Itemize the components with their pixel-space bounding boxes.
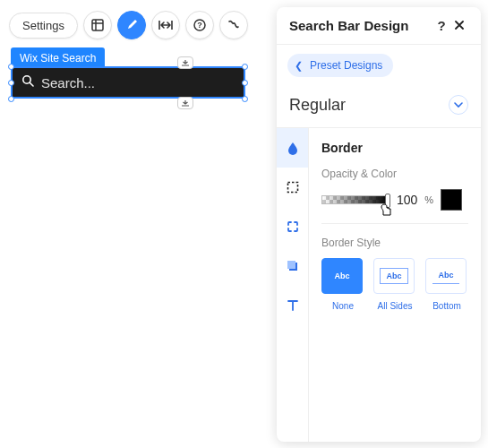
opacity-slider[interactable] [321,195,390,204]
style-sample: Abc [329,269,355,283]
close-button[interactable] [450,18,468,33]
layout-icon [91,19,104,31]
style-sample: Abc [432,268,458,284]
resize-handle-ml[interactable] [8,80,14,86]
settings-button[interactable]: Settings [9,13,78,39]
help-button[interactable]: ? [185,11,214,39]
svg-text:?: ? [197,21,202,30]
design-button[interactable] [117,11,146,39]
resize-handle-bl[interactable] [8,96,14,102]
help-icon: ? [193,19,206,31]
anchor-bottom[interactable] [177,97,193,109]
preset-label: Preset Designs [310,59,382,72]
tab-border[interactable] [277,168,308,207]
opacity-value: 100 [397,193,417,207]
color-swatch[interactable] [441,189,462,211]
state-selector[interactable]: Regular [277,86,481,128]
anchor-down-icon [181,59,190,66]
svg-rect-0 [92,20,103,30]
panel-body: Border Opacity & Color 100% Border Style… [277,128,481,442]
section-title: Border [321,141,468,155]
tab-corners[interactable] [277,207,308,246]
svg-rect-9 [287,183,297,193]
editor-toolbar: Settings ? [9,11,248,39]
opacity-row: 100% [321,189,468,211]
search-icon [21,74,34,90]
style-label-all: All Sides [373,301,416,311]
divider [321,223,468,224]
resize-handle-mr[interactable] [242,80,248,86]
opacity-label: Opacity & Color [321,168,468,180]
preset-row: ❮ Preset Designs [277,45,481,86]
brush-icon [125,19,138,31]
panel-help-button[interactable]: ? [432,18,450,33]
shadow-icon [286,259,300,273]
design-panel: Search Bar Design ? ❮ Preset Designs Reg… [277,7,481,442]
resize-handle-tl[interactable] [8,64,14,70]
search-bar-element[interactable]: Search... [11,66,245,99]
animation-button[interactable] [219,11,248,39]
style-option-all[interactable]: Abc All Sides [373,258,416,311]
style-option-bottom[interactable]: Abc Bottom [425,258,468,311]
preset-designs-button[interactable]: ❮ Preset Designs [287,54,393,77]
chevron-down-icon [449,95,468,115]
style-label-none: None [321,301,364,311]
svg-line-8 [30,82,33,86]
chevron-left-icon: ❮ [295,60,303,72]
opacity-unit: % [424,194,433,205]
dashed-square-icon [286,180,300,194]
cursor-icon [380,203,394,222]
tab-shadow[interactable] [277,246,308,286]
resize-handle-br[interactable] [242,96,248,102]
border-style-label: Border Style [321,237,468,249]
anchor-top[interactable] [177,56,193,69]
panel-title: Search Bar Design [289,18,408,33]
corners-icon [286,220,300,234]
layout-button[interactable] [83,11,112,39]
drop-icon [286,141,300,155]
border-style-row: Abc None Abc All Sides Abc Bottom [321,258,468,311]
svg-rect-11 [287,261,295,269]
stretch-icon [158,20,173,30]
animation-icon [227,19,240,31]
anchor-down-icon [181,99,190,107]
side-tabs [277,128,309,442]
tab-text[interactable] [277,286,308,325]
resize-handle-tr[interactable] [242,64,248,70]
tab-fill[interactable] [277,128,308,168]
search-placeholder: Search... [41,75,95,90]
state-label: Regular [289,96,449,115]
text-icon [286,298,300,313]
stretch-button[interactable] [151,11,180,39]
style-label-bottom: Bottom [425,301,468,311]
style-option-none[interactable]: Abc None [321,258,364,311]
section-content: Border Opacity & Color 100% Border Style… [309,128,481,442]
style-sample: Abc [380,268,407,284]
panel-header: Search Bar Design ? [277,7,481,45]
close-icon [454,20,465,30]
